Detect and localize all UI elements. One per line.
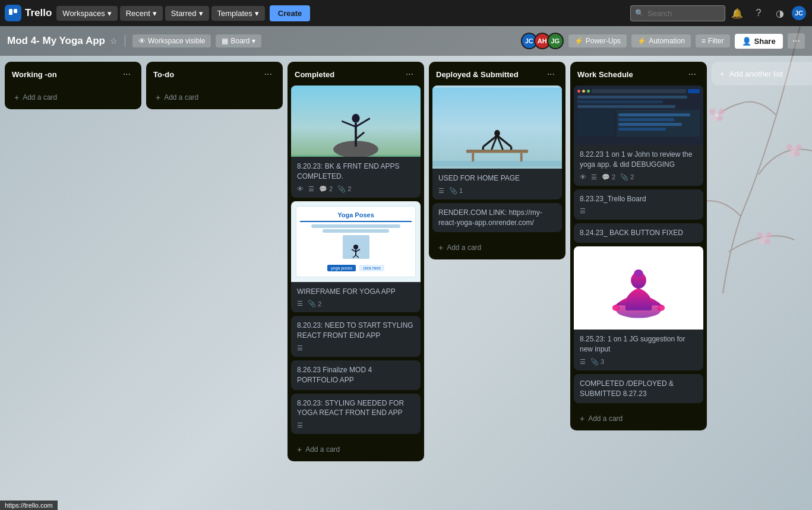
board-avatar-jg[interactable]: JG (547, 33, 564, 49)
meta-eyes: 👁 (297, 185, 304, 192)
card-work-1[interactable]: 8.22.23 1 on 1 w John to review the yoga… (574, 85, 703, 186)
svg-rect-21 (9, 9, 12, 15)
card-deployed-2[interactable]: RENDER.COM LINK: https://my-react-yoga-a… (432, 203, 562, 233)
list-menu-to-do[interactable]: ··· (261, 68, 276, 81)
list-title-to-do: To-do (153, 70, 174, 79)
board-view-button[interactable]: ▦ Board ▾ (216, 34, 261, 47)
card-title-completed-5: 8.20.23: STYLING NEEDED FOR YOGA REACT F… (297, 398, 415, 419)
list-header-working-on: Working -on ··· (5, 62, 141, 85)
meta-list-3: ☰ (297, 344, 303, 352)
add-card-working-on[interactable]: + Add a card (8, 88, 138, 107)
list-header-to-do: To-do ··· (146, 62, 283, 85)
meta-attach-d1: 📎1 (449, 187, 463, 195)
card-image-meditation (574, 246, 703, 330)
meta-list-2: ☰ (297, 300, 303, 308)
workspaces-menu[interactable]: Workspaces ▾ (56, 6, 117, 21)
list-completed: Completed ··· (287, 62, 424, 461)
card-completed-3[interactable]: 8.20.23: NEED TO START STYLING REACT FRO… (291, 316, 421, 357)
star-button[interactable]: ☆ (110, 36, 118, 46)
logo[interactable]: Trello (5, 5, 52, 21)
card-completed-2[interactable]: Yoga Poses (291, 201, 421, 313)
meta-attach-w4: 📎3 (590, 358, 604, 366)
board-title[interactable]: Mod 4- My Yoga App (7, 35, 105, 47)
card-title-completed-2: WIREFRAME FOR YOGA APP (297, 287, 415, 297)
card-work-5[interactable]: COMPLETED /DEPLOYED & SUBMITTED 8.27.23 (574, 374, 703, 404)
add-card-to-do[interactable]: + Add a card (150, 88, 279, 107)
theme-button[interactable]: ◑ (770, 4, 789, 23)
board-header: Mod 4- My Yoga App ☆ 👁 Workspace visible… (0, 26, 812, 56)
add-another-list-button[interactable]: + Add another list (712, 62, 812, 85)
meta-attach-w1: 📎2 (620, 173, 634, 181)
add-card-completed[interactable]: + Add a card (291, 440, 421, 459)
automation-button[interactable]: ⚡ Automation (631, 34, 691, 47)
list-deployed: Deployed & Submitted ··· (429, 62, 565, 259)
list-working-on: Working -on ··· + Add a card (5, 62, 141, 109)
templates-menu[interactable]: Templates ▾ (211, 6, 265, 21)
meta-attach-2: 📎2 (308, 300, 321, 308)
svg-rect-22 (14, 9, 17, 13)
svg-rect-39 (466, 150, 528, 153)
card-title-completed-1: 8.20.23: BK & FRNT END APPS COMPLETED. (297, 161, 415, 182)
list-cards-completed: 8.20.23: BK & FRNT END APPS COMPLETED. 👁… (287, 85, 424, 438)
card-body-completed-2: WIREFRAME FOR YOGA APP ☰ 📎2 (291, 282, 421, 313)
meta-comments-w1: 💬2 (602, 173, 615, 181)
svg-rect-38 (432, 88, 562, 167)
card-image-code (574, 85, 703, 145)
card-work-2[interactable]: 8.23.23_Trello Board ☰ (574, 189, 703, 220)
list-menu-deployed[interactable]: ··· (544, 68, 558, 81)
card-image-wireframe: Yoga Poses (291, 201, 421, 282)
card-completed-1[interactable]: 8.20.23: BK & FRNT END APPS COMPLETED. 👁… (291, 85, 421, 198)
card-completed-5[interactable]: 8.20.23: STYLING NEEDED FOR YOGA REACT F… (291, 394, 421, 435)
divider (125, 35, 125, 47)
svg-point-53 (634, 270, 643, 277)
svg-rect-40 (472, 153, 474, 162)
meta-list-5: ☰ (297, 422, 303, 429)
card-title-completed-4: 8.26.23 Finalize MOD 4 PORTFOLIO APP (297, 365, 415, 385)
list-title-work-schedule: Work Schedule (577, 70, 633, 79)
share-button[interactable]: 👤 Share (735, 34, 783, 49)
list-menu-working-on[interactable]: ··· (119, 68, 134, 81)
avatar-jc[interactable]: JC (791, 5, 807, 21)
list-title-completed: Completed (295, 70, 334, 79)
meta-eyes-w1: 👁 (580, 173, 586, 180)
svg-point-25 (352, 114, 359, 123)
search-wrap: 🔍 (630, 5, 725, 21)
meta-list-w2: ☰ (580, 207, 586, 215)
list-to-do: To-do ··· + Add a card (146, 62, 283, 109)
search-input[interactable] (630, 5, 725, 21)
card-title-completed-3: 8.20.23: NEED TO START STYLING REACT FRO… (297, 321, 415, 341)
create-button[interactable]: Create (270, 5, 310, 21)
meta-attachments: 📎2 (337, 185, 351, 193)
add-card-work-schedule[interactable]: + Add a card (574, 409, 703, 428)
card-title-work-4: 8.25.23: 1 on 1 JG suggestion for new in… (580, 334, 697, 354)
card-title-work-5: COMPLETED /DEPLOYED & SUBMITTED 8.27.23 (580, 379, 697, 399)
list-title-working-on: Working -on (12, 70, 57, 79)
meta-list-w1: ☰ (591, 173, 597, 181)
list-header-work-schedule: Work Schedule ··· (570, 62, 707, 85)
card-meta-completed-2: ☰ 📎2 (297, 300, 415, 308)
recent-menu[interactable]: Recent ▾ (120, 6, 163, 21)
notifications-button[interactable]: 🔔 (728, 4, 747, 23)
svg-rect-41 (520, 153, 523, 162)
workspace-visible-button[interactable]: 👁 Workspace visible (132, 34, 211, 47)
svg-point-54 (612, 305, 620, 311)
card-title-work-2: 8.23.23_Trello Board (580, 194, 697, 204)
card-work-4[interactable]: 8.25.23: 1 on 1 JG suggestion for new in… (574, 246, 703, 370)
card-work-3[interactable]: 8.24.23_ BACK BUTTON FIXED (574, 223, 703, 243)
list-menu-work-schedule[interactable]: ··· (685, 68, 700, 81)
list-cards-work-schedule: 8.22.23 1 on 1 w John to review the yoga… (570, 85, 707, 407)
filter-button[interactable]: ≡ Filter (696, 34, 730, 47)
svg-point-32 (353, 245, 358, 249)
starred-menu[interactable]: Starred ▾ (165, 6, 209, 21)
more-button[interactable]: ··· (788, 33, 805, 49)
card-body-completed-1: 8.20.23: BK & FRNT END APPS COMPLETED. 👁… (291, 157, 421, 198)
card-title-work-1: 8.22.23 1 on 1 w John to review the yoga… (580, 150, 697, 170)
card-deployed-1[interactable]: USED FOR HOME PAGE ☰ 📎1 (432, 85, 562, 199)
add-card-deployed[interactable]: + Add a card (432, 238, 562, 257)
list-menu-completed[interactable]: ··· (402, 68, 417, 81)
list-title-deployed: Deployed & Submitted (436, 70, 519, 79)
power-ups-button[interactable]: ⚡ Power-Ups (568, 34, 627, 47)
info-button[interactable]: ? (749, 4, 768, 23)
card-completed-4[interactable]: 8.26.23 Finalize MOD 4 PORTFOLIO APP (291, 360, 421, 390)
meta-list-d1: ☰ (438, 187, 444, 195)
